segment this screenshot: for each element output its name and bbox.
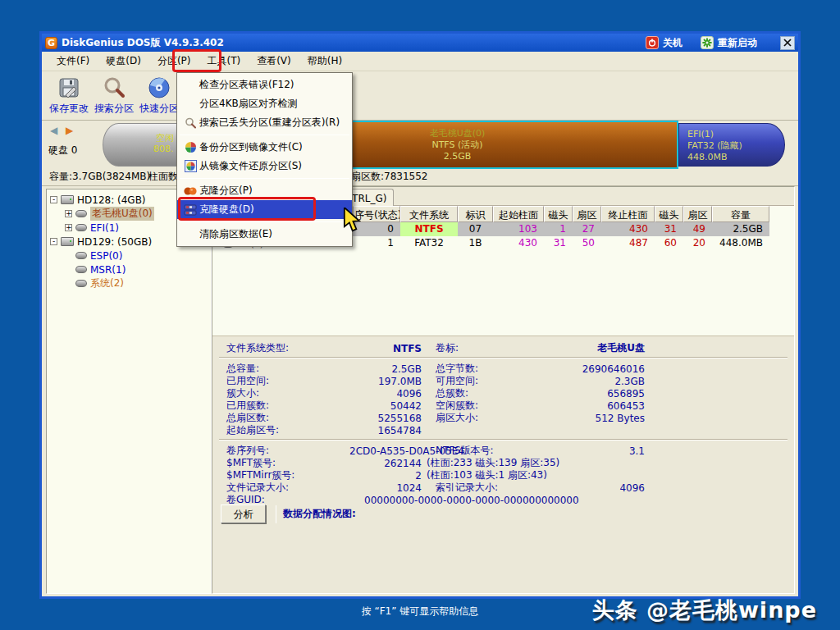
collapse-toggle-icon[interactable]: -	[50, 238, 57, 245]
color-pie-boxed-icon	[181, 159, 199, 173]
tree-item-msr[interactable]: MSR(1)	[65, 262, 211, 276]
col-id[interactable]: 标识	[458, 206, 493, 222]
cell-start-head: 31	[544, 236, 573, 250]
tools-dropdown-menu: 检查分区表错误(F12) 分区4KB扇区对齐检测 搜索已丢失分区(重建分区表)(…	[176, 72, 353, 247]
filesystem-details: 文件系统类型:NTFS 卷标:老毛桃U盘 总容量:2.5GB 总字节数:2690…	[212, 336, 794, 593]
app-logo-icon: G	[45, 37, 57, 49]
current-disk-label: 硬盘 0	[48, 144, 77, 158]
detail-row: 卷序列号:2CD0-A535-D0A5-05E4 NTFS版本号:3.1	[212, 444, 794, 456]
cell-end-sec: 49	[683, 222, 712, 236]
menu-item-check-partition-table[interactable]: 检查分区表错误(F12)	[177, 75, 352, 94]
divider	[219, 357, 788, 358]
detail-row: $MFT簇号:262144 (柱面:233 磁头:139 扇区:35)	[212, 456, 794, 468]
detail-row: 卷GUID: 00000000-0000-0000-0000-000000000…	[212, 493, 794, 505]
partition-efi-size: 448.0MB	[687, 152, 784, 163]
partition-efi-name: EFI(1)	[687, 129, 784, 140]
col-start-sec[interactable]: 扇区	[573, 206, 601, 222]
col-end-head[interactable]: 磁头	[655, 206, 683, 222]
window-title: DiskGenius DOS版 V4.9.3.402	[62, 36, 224, 50]
prev-disk-arrow-icon[interactable]: ◀	[48, 125, 60, 137]
cell-start-cyl: 430	[493, 236, 544, 250]
tree-item-label: HD128: (4GB)	[77, 194, 146, 206]
menu-file[interactable]: 文件(F)	[48, 52, 98, 71]
col-capacity[interactable]: 容量	[712, 206, 769, 222]
detail-row: 已用簇数:50442 空闲簇数:606453	[212, 399, 794, 411]
disk-overview: ◀ ▶ 硬盘 0 空闲 808. 老毛桃U盘(0) NTFS (活动) 2.5G…	[42, 121, 798, 186]
partition-block-efi[interactable]: EFI(1) FAT32 (隐藏) 448.0MB	[678, 123, 785, 167]
col-end-sec[interactable]: 扇区	[683, 206, 712, 222]
col-fs[interactable]: 文件系统	[400, 206, 458, 222]
col-start-cyl[interactable]: 起始柱面	[493, 206, 544, 222]
partition-tree: - HD128: (4GB) + 老毛桃U盘(0) + EFI(1) - HD1…	[46, 189, 212, 594]
tree-item-esp[interactable]: ESP(0)	[65, 249, 211, 262]
menu-item-4kb-alignment[interactable]: 分区4KB扇区对齐检测	[177, 94, 352, 113]
color-pie-icon	[181, 140, 199, 154]
annotation-box-tools-menu	[172, 49, 221, 72]
restart-button[interactable]: 重新启动	[701, 36, 757, 50]
menu-item-backup-partition[interactable]: 备份分区到镜像文件(C)	[177, 138, 352, 157]
disk-nav: ◀ ▶	[48, 125, 75, 137]
mouse-cursor	[343, 208, 363, 234]
close-button[interactable]	[780, 36, 795, 50]
disk-sectors-text: 扇区数:7831552	[351, 170, 428, 184]
analyze-row: 分析 数据分配情况图:	[221, 504, 356, 523]
cell-start-sec: 50	[573, 236, 601, 250]
cell-end-sec: 20	[683, 236, 712, 250]
cell-id: 1B	[458, 236, 493, 250]
magnifier-icon	[181, 116, 199, 130]
expand-toggle-icon[interactable]: +	[65, 210, 72, 217]
quick-partition-button[interactable]: 快速分区	[137, 75, 181, 116]
search-partition-label: 搜索分区	[94, 102, 134, 116]
menu-separator	[180, 135, 349, 135]
menu-view[interactable]: 查看(V)	[249, 52, 299, 71]
free-space-name: 空闲	[156, 132, 174, 144]
collapse-toggle-icon[interactable]: -	[50, 196, 57, 203]
tree-item-system[interactable]: 系统(2)	[65, 276, 211, 290]
col-start-head[interactable]: 磁头	[544, 206, 573, 222]
restart-label: 重新启动	[718, 36, 757, 50]
detail-row: 已用空间:197.0MB 可用空间:2.3GB	[212, 374, 794, 386]
menu-item-restore-partition[interactable]: 从镜像文件还原分区(S)	[177, 157, 352, 176]
menu-disk[interactable]: 硬盘(D)	[98, 52, 149, 71]
cell-fs: FAT32	[400, 236, 458, 250]
partition-efi-fs: FAT32 (隐藏)	[687, 140, 784, 152]
diskgenius-window: G DiskGenius DOS版 V4.9.3.402 关机 重新启动 文件(	[39, 31, 801, 599]
blue-disc-icon	[147, 75, 171, 101]
detail-row: 簇大小:4096 总簇数:656895	[212, 386, 794, 399]
save-changes-button[interactable]: 保存更改	[47, 75, 91, 116]
detail-row: $MFTMirr簇号:2 (柱面:103 磁头:1 扇区:43)	[212, 468, 794, 481]
col-end-cyl[interactable]: 终止柱面	[601, 206, 655, 222]
save-changes-label: 保存更改	[49, 102, 89, 116]
menu-item-erase-sectors[interactable]: 清除扇区数据(E)	[177, 225, 352, 244]
expand-toggle-icon[interactable]: +	[65, 224, 72, 231]
next-disk-arrow-icon[interactable]: ▶	[63, 125, 75, 137]
annotation-box-clone-disk	[178, 197, 316, 221]
partition-main-fs: NTFS (活动)	[431, 139, 482, 151]
cell-capacity: 2.5GB	[712, 222, 769, 236]
divider	[276, 505, 276, 523]
partition-icon	[75, 252, 87, 259]
tree-item-label-selected: 老毛桃U盘(0)	[90, 207, 154, 221]
tree-item-label: EFI(1)	[90, 222, 119, 234]
detail-row: 文件记录大小:1024 索引记录大小:4096	[212, 481, 794, 493]
desktop: G DiskGenius DOS版 V4.9.3.402 关机 重新启动 文件(	[0, 0, 840, 630]
partition-detail-panel: 分区参数(CTRL_G) 序号(状态) 文件系统 标识 起始柱面 磁头 扇区 终…	[212, 186, 795, 594]
search-partition-button[interactable]: 搜索分区	[92, 75, 136, 116]
analyze-button[interactable]: 分析	[221, 504, 266, 523]
titlebar[interactable]: G DiskGenius DOS版 V4.9.3.402 关机 重新启动	[42, 34, 798, 52]
close-icon	[783, 39, 792, 47]
cell-end-cyl: 487	[601, 236, 655, 250]
partition-main-size: 2.5GB	[444, 151, 472, 162]
divider	[219, 439, 788, 441]
detail-row: 文件系统类型:NTFS 卷标:老毛桃U盘	[212, 341, 794, 354]
menu-item-search-lost-partitions[interactable]: 搜索已丢失分区(重建分区表)(R)	[177, 113, 352, 132]
menu-help[interactable]: 帮助(H)	[299, 52, 350, 71]
no-icon	[181, 97, 199, 111]
shutdown-button[interactable]: 关机	[646, 36, 682, 50]
menu-separator	[180, 221, 349, 222]
detail-row: 总扇区数:5255168 扇区大小:512 Bytes	[212, 411, 794, 423]
cell-capacity: 448.0MB	[712, 236, 769, 250]
toolbar: 保存更改 搜索分区 快速分区	[42, 71, 798, 121]
tree-item-label: HD129: (50GB)	[77, 236, 152, 248]
detail-row: 总容量:2.5GB 总字节数:2690646016	[212, 362, 794, 374]
